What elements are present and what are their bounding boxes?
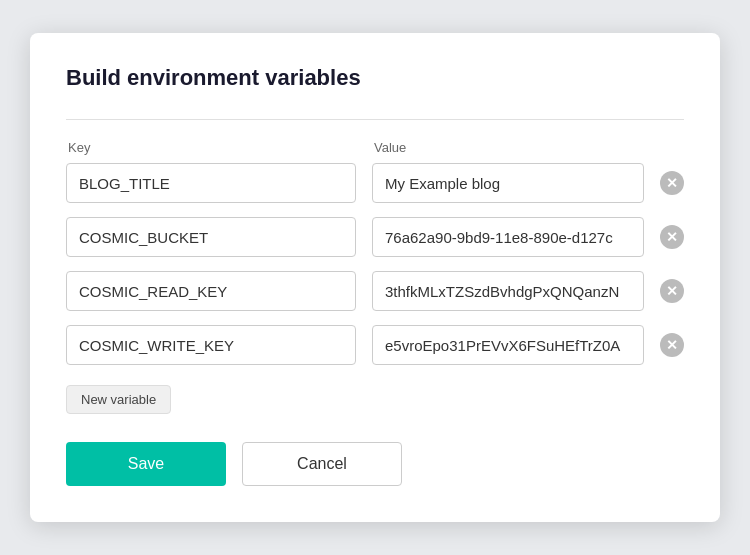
dialog: Build environment variables Key Value ✕✕… — [30, 33, 720, 522]
table-row: ✕ — [66, 217, 684, 257]
close-icon: ✕ — [660, 171, 684, 195]
remove-button-3[interactable]: ✕ — [660, 333, 684, 357]
close-icon: ✕ — [660, 333, 684, 357]
column-headers: Key Value — [66, 140, 684, 155]
save-button[interactable]: Save — [66, 442, 226, 486]
key-column-label: Key — [68, 140, 358, 155]
remove-button-2[interactable]: ✕ — [660, 279, 684, 303]
table-row: ✕ — [66, 163, 684, 203]
remove-button-0[interactable]: ✕ — [660, 171, 684, 195]
value-input-2[interactable] — [372, 271, 644, 311]
key-input-2[interactable] — [66, 271, 356, 311]
value-input-0[interactable] — [372, 163, 644, 203]
key-input-0[interactable] — [66, 163, 356, 203]
table-row: ✕ — [66, 271, 684, 311]
cancel-button[interactable]: Cancel — [242, 442, 402, 486]
value-input-1[interactable] — [372, 217, 644, 257]
key-input-1[interactable] — [66, 217, 356, 257]
value-input-3[interactable] — [372, 325, 644, 365]
close-icon: ✕ — [660, 279, 684, 303]
close-icon: ✕ — [660, 225, 684, 249]
divider — [66, 119, 684, 120]
key-input-3[interactable] — [66, 325, 356, 365]
new-variable-button[interactable]: New variable — [66, 385, 171, 414]
env-rows-container: ✕✕✕✕ — [66, 163, 684, 365]
dialog-title: Build environment variables — [66, 65, 684, 91]
table-row: ✕ — [66, 325, 684, 365]
action-row: Save Cancel — [66, 442, 684, 486]
value-column-label: Value — [374, 140, 682, 155]
remove-button-1[interactable]: ✕ — [660, 225, 684, 249]
